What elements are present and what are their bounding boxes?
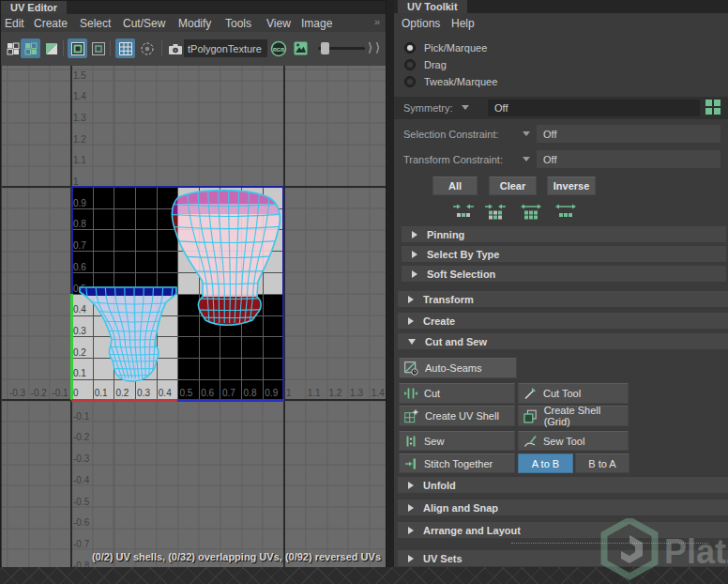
cut-tool-button[interactable]: Cut Tool [518,383,629,404]
select-all-button[interactable]: All [432,177,478,195]
shrink-selection-row-icon[interactable] [484,203,507,220]
section-cut-and-sew[interactable]: Cut and Sew [398,333,728,349]
selection-constraint-caret[interactable] [523,131,530,136]
transform-constraint-label: Transform Constraint: [403,154,503,165]
radio-icon [404,59,416,70]
tab-uv-toolkit[interactable]: UV Toolkit [398,0,467,13]
create-uv-shell-icon [404,409,418,423]
section-create[interactable]: Create [398,313,728,329]
shrink-selection-icon[interactable] [452,203,475,220]
menu-image[interactable]: Image [301,14,332,32]
image-dim-slider-handle[interactable] [321,42,329,54]
chevron-right-icon [408,296,414,303]
uv-shell-right[interactable] [163,186,288,329]
chevron-right-icon [408,482,414,489]
uv-shell-left[interactable] [77,286,180,384]
menu-options[interactable]: Options [402,14,440,32]
create-shell-grid-button[interactable]: Create Shell (Grid) [518,406,629,426]
stitch-together-button[interactable]: Stitch Together [399,453,515,473]
grow-selection-row-icon[interactable] [554,203,577,220]
checker-icon [24,42,38,55]
sew-button[interactable]: Sew [399,431,515,451]
section-pinning[interactable]: Pinning [402,226,726,242]
section-uv-sets[interactable]: UV Sets [398,550,728,566]
texture-snapshot-button[interactable] [165,38,185,58]
section-select-by-type[interactable]: Select By Type [402,246,726,262]
chevron-right-icon [412,251,417,258]
grow-selection-icon[interactable] [520,203,542,220]
texture-name-field[interactable]: tPolygonTexture [184,39,267,57]
menu-edit[interactable]: Edit [5,14,24,32]
menu-cut-sew[interactable]: Cut/Sew [123,14,165,32]
shell-border-toggle[interactable] [68,38,87,58]
toolbar-overflow-icon[interactable]: ⟩⟩ [368,40,383,54]
stitch-together-icon [404,457,417,470]
shell-border-dim-toggle[interactable] [88,38,108,58]
rgb-icon: RGB [270,40,287,57]
radio-icon [404,42,416,54]
chevron-right-icon [408,527,414,534]
menu-tools[interactable]: Tools [225,14,251,32]
symmetry-value-field[interactable]: Off [488,100,700,116]
menu-select[interactable]: Select [80,14,111,32]
cut-icon [404,387,417,400]
chevron-right-icon [408,317,414,325]
transform-constraint-field[interactable]: Off [537,150,720,168]
checker-tile-toggle[interactable] [21,38,40,58]
radio-drag[interactable]: Drag [404,58,447,71]
uv-canvas[interactable]: -0.3-0.2-0.100.10.20.30.40.50.60.70.80.9… [2,66,386,567]
transform-constraint-caret[interactable] [523,157,530,161]
dim-image-toggle[interactable] [137,38,157,58]
b-to-a-button[interactable]: B to A [575,453,629,473]
create-uv-shell-button[interactable]: Create UV Shell [399,406,515,426]
cut-tool-icon [523,387,537,400]
chevron-right-icon [408,504,414,512]
section-align-and-snap[interactable]: Align and Snap [398,499,728,515]
menu-modify[interactable]: Modify [178,14,211,32]
menu-create[interactable]: Create [34,14,68,32]
section-transform[interactable]: Transform [398,291,728,307]
uv-status-line: (0/2) UV shells, (0/32) overlapping UVs,… [92,551,381,562]
cut-button[interactable]: Cut [399,383,515,404]
chevron-right-icon [412,270,417,278]
quadrant-icon [7,42,20,55]
radio-pick-marquee[interactable]: Pick/Marquee [404,41,487,54]
section-soft-selection[interactable]: Soft Selection [402,266,726,282]
sew-tool-button[interactable]: Sew Tool [518,431,629,451]
radio-tweak-marquee[interactable]: Tweak/Marquee [404,75,497,88]
auto-seams-button[interactable]: Auto-Seams [399,358,517,378]
shell-border-icon [71,42,84,55]
section-arrange-and-layout[interactable]: Arrange and Layout [398,522,728,538]
grid-icon [119,42,132,55]
window-bottom-strip [0,567,728,584]
select-clear-button[interactable]: Clear [489,177,537,195]
auto-seams-icon [404,361,418,376]
texture-grid-toggle[interactable] [115,38,135,58]
selection-constraint-label: Selection Constraint: [403,129,499,140]
split-square-icon [45,42,58,55]
symmetry-label: Symmetry: [403,102,453,114]
menu-view[interactable]: View [266,14,291,32]
uv-quadrant-toggle[interactable] [3,38,23,58]
a-to-b-button[interactable]: A to B [518,453,573,473]
sew-tool-icon [523,435,537,448]
section-divider [511,543,708,544]
uv-editor-toolbar: tPolygonTexture RGB ⟩⟩ [1,32,386,67]
selection-constraint-field[interactable]: Off [537,125,720,143]
select-inverse-button[interactable]: Inverse [547,177,596,195]
image-icon [294,41,308,55]
menu-help[interactable]: Help [451,14,475,32]
chevron-right-icon [408,555,414,562]
section-unfold[interactable]: Unfold [398,477,728,493]
tab-uv-editor[interactable]: UV Editor [1,1,67,14]
uv-toolkit-tabstrip: UV Toolkit [394,0,728,13]
sew-icon [404,435,417,448]
chevron-right-icon [412,231,417,238]
image-display-button[interactable] [291,38,311,58]
rgb-channel-button[interactable]: RGB [268,38,288,58]
split-display-toggle[interactable] [41,38,61,58]
menu-overflow-icon[interactable]: » [374,16,378,27]
uv-editor-menubar: Edit Create Select Cut/Sew Modify Tools … [1,14,386,32]
symmetry-icon[interactable] [705,99,722,115]
symmetry-dropdown-caret[interactable] [462,105,469,110]
